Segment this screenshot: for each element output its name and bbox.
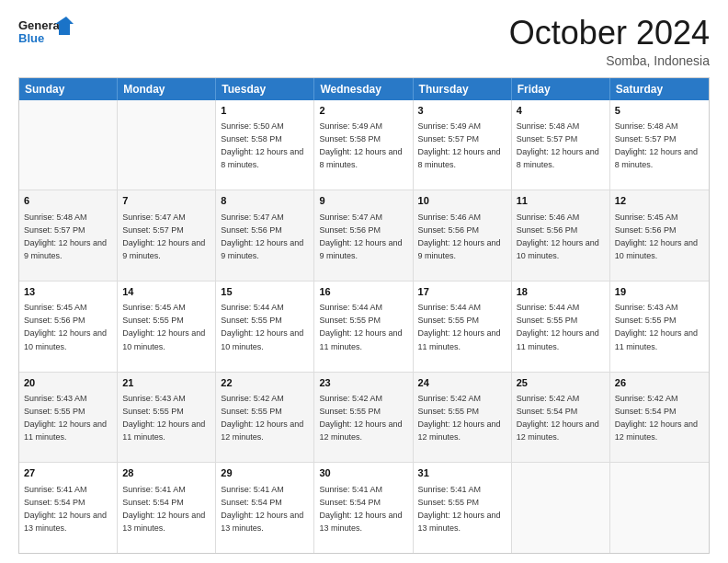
day-number: 17 bbox=[418, 285, 506, 299]
sun-info: Sunrise: 5:41 AMSunset: 5:55 PMDaylight:… bbox=[418, 485, 501, 533]
weekday-tuesday: Tuesday bbox=[216, 78, 314, 100]
calendar-cell: 18Sunrise: 5:44 AMSunset: 5:55 PMDayligh… bbox=[512, 282, 610, 372]
svg-text:General: General bbox=[18, 18, 63, 32]
logo: General Blue bbox=[18, 15, 74, 48]
day-number: 28 bbox=[122, 466, 210, 480]
sun-info: Sunrise: 5:44 AMSunset: 5:55 PMDaylight:… bbox=[221, 303, 303, 350]
day-number: 25 bbox=[517, 376, 605, 390]
calendar-cell: 31Sunrise: 5:41 AMSunset: 5:55 PMDayligh… bbox=[414, 463, 512, 553]
sun-info: Sunrise: 5:42 AMSunset: 5:54 PMDaylight:… bbox=[615, 394, 698, 442]
day-number: 15 bbox=[221, 285, 309, 299]
day-number: 20 bbox=[24, 376, 112, 390]
calendar-cell: 11Sunrise: 5:46 AMSunset: 5:56 PMDayligh… bbox=[512, 190, 610, 281]
day-number: 4 bbox=[517, 104, 605, 118]
calendar-cell: 2Sunrise: 5:49 AMSunset: 5:58 PMDaylight… bbox=[314, 100, 413, 190]
sun-info: Sunrise: 5:44 AMSunset: 5:55 PMDaylight:… bbox=[418, 303, 501, 350]
sun-info: Sunrise: 5:42 AMSunset: 5:55 PMDaylight:… bbox=[418, 394, 501, 442]
day-number: 18 bbox=[517, 285, 605, 299]
calendar-row-4: 20Sunrise: 5:43 AMSunset: 5:55 PMDayligh… bbox=[19, 373, 709, 464]
sun-info: Sunrise: 5:49 AMSunset: 5:57 PMDaylight:… bbox=[418, 121, 501, 169]
calendar-cell: 26Sunrise: 5:42 AMSunset: 5:54 PMDayligh… bbox=[610, 373, 709, 463]
sun-info: Sunrise: 5:47 AMSunset: 5:57 PMDaylight:… bbox=[122, 213, 205, 260]
sun-info: Sunrise: 5:44 AMSunset: 5:55 PMDaylight:… bbox=[517, 303, 599, 350]
svg-text:Blue: Blue bbox=[18, 31, 44, 45]
calendar-cell bbox=[610, 463, 709, 553]
calendar-cell: 17Sunrise: 5:44 AMSunset: 5:55 PMDayligh… bbox=[414, 282, 512, 372]
calendar-row-1: 1Sunrise: 5:50 AMSunset: 5:58 PMDaylight… bbox=[19, 100, 709, 191]
calendar-cell: 30Sunrise: 5:41 AMSunset: 5:54 PMDayligh… bbox=[314, 463, 413, 553]
sun-info: Sunrise: 5:44 AMSunset: 5:55 PMDaylight:… bbox=[319, 303, 402, 350]
calendar-cell: 8Sunrise: 5:47 AMSunset: 5:56 PMDaylight… bbox=[216, 190, 314, 281]
location: Somba, Indonesia bbox=[509, 53, 710, 68]
calendar-cell: 21Sunrise: 5:43 AMSunset: 5:55 PMDayligh… bbox=[118, 373, 216, 463]
sun-info: Sunrise: 5:42 AMSunset: 5:54 PMDaylight:… bbox=[517, 394, 599, 442]
calendar: Sunday Monday Tuesday Wednesday Thursday… bbox=[18, 77, 710, 554]
day-number: 22 bbox=[221, 376, 309, 390]
calendar-cell: 9Sunrise: 5:47 AMSunset: 5:56 PMDaylight… bbox=[314, 190, 413, 281]
day-number: 23 bbox=[319, 376, 407, 390]
day-number: 19 bbox=[615, 285, 704, 299]
calendar-cell: 23Sunrise: 5:42 AMSunset: 5:55 PMDayligh… bbox=[314, 373, 413, 463]
day-number: 10 bbox=[418, 194, 506, 208]
calendar-cell: 3Sunrise: 5:49 AMSunset: 5:57 PMDaylight… bbox=[414, 100, 512, 190]
calendar-cell: 24Sunrise: 5:42 AMSunset: 5:55 PMDayligh… bbox=[414, 373, 512, 463]
calendar-cell: 29Sunrise: 5:41 AMSunset: 5:54 PMDayligh… bbox=[216, 463, 314, 553]
sun-info: Sunrise: 5:47 AMSunset: 5:56 PMDaylight:… bbox=[221, 213, 303, 260]
calendar-cell bbox=[512, 463, 610, 553]
calendar-row-3: 13Sunrise: 5:45 AMSunset: 5:56 PMDayligh… bbox=[19, 282, 709, 373]
day-number: 5 bbox=[615, 104, 704, 118]
calendar-cell: 5Sunrise: 5:48 AMSunset: 5:57 PMDaylight… bbox=[610, 100, 709, 190]
calendar-cell: 15Sunrise: 5:44 AMSunset: 5:55 PMDayligh… bbox=[216, 282, 314, 372]
sun-info: Sunrise: 5:41 AMSunset: 5:54 PMDaylight:… bbox=[221, 485, 303, 533]
day-number: 31 bbox=[418, 466, 506, 480]
calendar-cell: 27Sunrise: 5:41 AMSunset: 5:54 PMDayligh… bbox=[19, 463, 118, 553]
weekday-sunday: Sunday bbox=[19, 78, 118, 100]
calendar-cell: 6Sunrise: 5:48 AMSunset: 5:57 PMDaylight… bbox=[19, 190, 118, 281]
day-number: 30 bbox=[319, 466, 407, 480]
sun-info: Sunrise: 5:43 AMSunset: 5:55 PMDaylight:… bbox=[615, 303, 698, 350]
title-block: October 2024 Somba, Indonesia bbox=[509, 15, 710, 68]
calendar-cell bbox=[19, 100, 118, 190]
day-number: 26 bbox=[615, 376, 704, 390]
calendar-cell: 19Sunrise: 5:43 AMSunset: 5:55 PMDayligh… bbox=[610, 282, 709, 372]
logo-svg: General Blue bbox=[18, 15, 74, 48]
sun-info: Sunrise: 5:49 AMSunset: 5:58 PMDaylight:… bbox=[319, 121, 402, 169]
calendar-cell: 10Sunrise: 5:46 AMSunset: 5:56 PMDayligh… bbox=[414, 190, 512, 281]
sun-info: Sunrise: 5:45 AMSunset: 5:56 PMDaylight:… bbox=[615, 213, 698, 260]
calendar-cell: 13Sunrise: 5:45 AMSunset: 5:56 PMDayligh… bbox=[19, 282, 118, 372]
sun-info: Sunrise: 5:43 AMSunset: 5:55 PMDaylight:… bbox=[24, 394, 107, 442]
sun-info: Sunrise: 5:45 AMSunset: 5:55 PMDaylight:… bbox=[122, 303, 205, 350]
calendar-cell: 12Sunrise: 5:45 AMSunset: 5:56 PMDayligh… bbox=[610, 190, 709, 281]
month-title: October 2024 bbox=[509, 15, 710, 52]
day-number: 21 bbox=[122, 376, 210, 390]
weekday-friday: Friday bbox=[512, 78, 610, 100]
calendar-cell: 1Sunrise: 5:50 AMSunset: 5:58 PMDaylight… bbox=[216, 100, 314, 190]
sun-info: Sunrise: 5:43 AMSunset: 5:55 PMDaylight:… bbox=[122, 394, 205, 442]
day-number: 29 bbox=[221, 466, 309, 480]
day-number: 16 bbox=[319, 285, 407, 299]
day-number: 24 bbox=[418, 376, 506, 390]
sun-info: Sunrise: 5:50 AMSunset: 5:58 PMDaylight:… bbox=[221, 121, 303, 169]
day-number: 9 bbox=[319, 194, 407, 208]
calendar-cell bbox=[118, 100, 216, 190]
sun-info: Sunrise: 5:47 AMSunset: 5:56 PMDaylight:… bbox=[319, 213, 402, 260]
header: General Blue October 2024 Somba, Indones… bbox=[18, 15, 710, 68]
sun-info: Sunrise: 5:48 AMSunset: 5:57 PMDaylight:… bbox=[615, 121, 698, 169]
calendar-cell: 16Sunrise: 5:44 AMSunset: 5:55 PMDayligh… bbox=[314, 282, 413, 372]
calendar-cell: 25Sunrise: 5:42 AMSunset: 5:54 PMDayligh… bbox=[512, 373, 610, 463]
weekday-wednesday: Wednesday bbox=[314, 78, 413, 100]
page: General Blue October 2024 Somba, Indones… bbox=[0, 0, 728, 563]
sun-info: Sunrise: 5:41 AMSunset: 5:54 PMDaylight:… bbox=[319, 485, 402, 533]
day-number: 6 bbox=[24, 194, 112, 208]
day-number: 13 bbox=[24, 285, 112, 299]
day-number: 12 bbox=[615, 194, 704, 208]
sun-info: Sunrise: 5:48 AMSunset: 5:57 PMDaylight:… bbox=[517, 121, 599, 169]
sun-info: Sunrise: 5:42 AMSunset: 5:55 PMDaylight:… bbox=[319, 394, 402, 442]
calendar-header: Sunday Monday Tuesday Wednesday Thursday… bbox=[19, 78, 709, 100]
sun-info: Sunrise: 5:45 AMSunset: 5:56 PMDaylight:… bbox=[24, 303, 107, 350]
sun-info: Sunrise: 5:42 AMSunset: 5:55 PMDaylight:… bbox=[221, 394, 303, 442]
day-number: 8 bbox=[221, 194, 309, 208]
calendar-row-5: 27Sunrise: 5:41 AMSunset: 5:54 PMDayligh… bbox=[19, 463, 709, 553]
day-number: 14 bbox=[122, 285, 210, 299]
calendar-cell: 20Sunrise: 5:43 AMSunset: 5:55 PMDayligh… bbox=[19, 373, 118, 463]
